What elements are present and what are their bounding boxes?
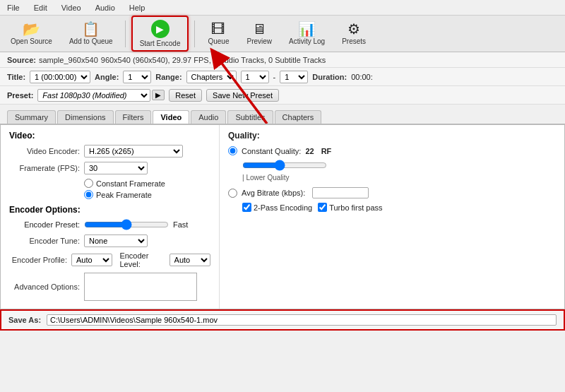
add-to-queue-button[interactable]: 📋 Add to Queue (63, 19, 119, 48)
duration-label: Duration: (312, 73, 347, 81)
constant-quality-radio[interactable] (228, 146, 237, 155)
preset-label: Preset: (7, 91, 33, 100)
video-section-title: Video: (9, 131, 210, 141)
queue-button[interactable]: 🎞 Queue (201, 19, 236, 48)
tab-chapters[interactable]: Chapters (275, 110, 322, 124)
preview-label: Preview (246, 37, 272, 45)
tab-audio[interactable]: Audio (191, 110, 226, 124)
add-to-queue-label: Add to Queue (69, 37, 113, 45)
preview-icon: 🖥 (252, 22, 266, 36)
turbo-checkbox[interactable] (318, 203, 327, 212)
range-to-select[interactable]: 1 (280, 71, 308, 83)
open-source-label: Open Source (11, 37, 52, 45)
main-content: Video: Video Encoder: H.265 (x265) H.264… (0, 124, 565, 309)
peak-framerate-label[interactable]: Peak Framerate (84, 190, 210, 199)
left-panel: Video: Video Encoder: H.265 (x265) H.264… (1, 125, 220, 309)
range-label: Range: (155, 73, 182, 81)
rf-label: RF (321, 147, 332, 155)
save-new-preset-button[interactable]: Save New Preset (206, 89, 279, 102)
start-encode-button[interactable]: ▶ Start Encode (131, 16, 189, 52)
menu-file[interactable]: File (4, 4, 23, 12)
tab-dimensions[interactable]: Dimensions (57, 110, 113, 124)
quality-slider[interactable] (242, 160, 327, 171)
preset-row: Preset: Fast 1080p30 (Modified) ▶ Reset … (0, 86, 565, 105)
preset-select-wrap: Fast 1080p30 (Modified) ▶ (37, 89, 165, 102)
framerate-select[interactable]: 30 24 25 60 (84, 162, 148, 174)
two-pass-checkbox[interactable] (242, 203, 251, 212)
constant-quality-row: Constant Quality: 22 RF (228, 146, 556, 155)
framerate-control: 30 24 25 60 (84, 162, 148, 174)
start-encode-label: Start Encode (140, 40, 181, 47)
menu-audio[interactable]: Audio (93, 4, 118, 12)
framerate-label: Framerate (FPS): (9, 164, 80, 172)
open-source-button[interactable]: 📂 Open Source (4, 19, 59, 48)
preset-arrow-button[interactable]: ▶ (152, 90, 165, 100)
save-as-input[interactable] (47, 314, 557, 326)
preview-button[interactable]: 🖥 Preview (240, 19, 278, 48)
source-label: Source: (7, 56, 36, 64)
title-select[interactable]: 1 (00:00:00) (30, 71, 90, 83)
encoder-profile-level-row: Encoder Profile: Auto Main Encoder Level… (9, 251, 210, 268)
encoder-options-title: Encoder Options: (9, 205, 210, 215)
toolbar-separator-1 (125, 20, 126, 47)
menu-video[interactable]: Video (59, 4, 84, 12)
title-row: Title: 1 (00:00:00) Angle: 1 Range: Chap… (0, 68, 565, 86)
two-pass-label[interactable]: 2-Pass Encoding (242, 203, 312, 212)
avg-bitrate-row: Avg Bitrate (kbps): (228, 187, 556, 198)
encoder-tune-label: Encoder Tune: (9, 237, 80, 245)
advanced-options-textarea[interactable] (84, 273, 197, 301)
range-from-select[interactable]: 1 (241, 71, 269, 83)
save-bar: Save As: (0, 309, 565, 331)
avg-bitrate-label: Avg Bitrate (kbps): (242, 189, 305, 197)
source-row: Source: sample_960x540 960x540 (960x540)… (0, 52, 565, 68)
encoder-preset-label: Encoder Preset: (9, 220, 80, 229)
title-label: Title: (7, 73, 25, 81)
add-to-queue-icon: 📋 (82, 22, 100, 36)
reset-button[interactable]: Reset (169, 89, 202, 102)
advanced-options-row: Advanced Options: (9, 273, 210, 301)
tab-subtitles[interactable]: Subtitles (227, 110, 273, 124)
encoder-label: Video Encoder: (9, 147, 80, 155)
tab-video[interactable]: Video (153, 110, 189, 124)
menu-help[interactable]: Help (126, 4, 148, 12)
activity-log-label: Activity Log (289, 37, 325, 45)
lower-quality-label: | Lower Quality (242, 174, 556, 182)
tab-filters[interactable]: Filters (115, 110, 152, 124)
constant-framerate-label[interactable]: Constant Framerate (84, 179, 210, 188)
peak-framerate-radio[interactable] (84, 190, 93, 199)
encoder-profile-label: Encoder Profile: (9, 256, 67, 264)
toolbar: 📂 Open Source 📋 Add to Queue ▶ Start Enc… (0, 16, 565, 52)
encoder-control: H.265 (x265) H.264 (x264) (84, 145, 183, 158)
encoder-profile-select[interactable]: Auto Main (71, 254, 112, 266)
constant-quality-label: Constant Quality: (242, 147, 301, 155)
constant-framerate-radio[interactable] (84, 179, 93, 188)
preset-select[interactable]: Fast 1080p30 (Modified) (37, 89, 150, 102)
open-source-icon: 📂 (23, 22, 40, 36)
save-as-label: Save As: (8, 316, 41, 324)
tab-summary[interactable]: Summary (7, 110, 56, 124)
encoder-options-section: Encoder Options: Encoder Preset: Fast En… (9, 205, 210, 301)
activity-log-button[interactable]: 📊 Activity Log (282, 19, 331, 48)
queue-label: Queue (208, 37, 229, 45)
framerate-row: Framerate (FPS): 30 24 25 60 (9, 162, 210, 174)
duration-value: 00:00: (351, 73, 373, 81)
queue-icon: 🎞 (211, 22, 225, 36)
encoder-preset-slider[interactable] (84, 219, 169, 230)
presets-label: Presets (342, 37, 366, 45)
angle-select[interactable]: 1 (123, 71, 151, 83)
encoder-select[interactable]: H.265 (x265) H.264 (x264) (84, 145, 183, 158)
encoder-row: Video Encoder: H.265 (x265) H.264 (x264) (9, 145, 210, 158)
angle-label: Angle: (95, 73, 119, 81)
encoder-tune-select[interactable]: None Film Animation (84, 234, 148, 247)
menu-edit[interactable]: Edit (31, 4, 50, 12)
avg-bitrate-radio[interactable] (228, 189, 237, 198)
presets-button[interactable]: ⚙ Presets (335, 19, 372, 48)
turbo-label[interactable]: Turbo first pass (318, 203, 382, 212)
constant-quality-value: 22 (305, 147, 314, 155)
start-encode-icon: ▶ (151, 20, 170, 38)
encoder-level-select[interactable]: Auto 4.0 (170, 254, 210, 266)
avg-bitrate-input[interactable] (312, 187, 369, 198)
range-type-select[interactable]: Chapters (186, 71, 237, 83)
source-value: sample_960x540 (39, 56, 98, 64)
menu-bar: File Edit Video Audio Help (0, 0, 565, 16)
